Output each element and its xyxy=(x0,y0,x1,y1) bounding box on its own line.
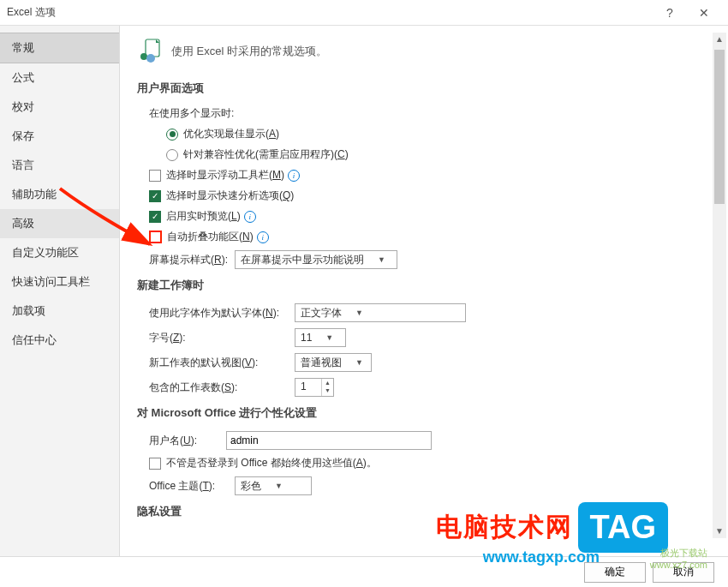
default-view-label: 新工作表的默认视图(V): xyxy=(149,356,295,370)
chevron-down-icon: ▼ xyxy=(275,482,283,490)
default-font-row: 使用此字体作为默认字体(N): 正文字体▼ xyxy=(149,303,711,322)
sidebar-item-general[interactable]: 常规 xyxy=(0,33,119,63)
section-ui-body: 在使用多个显示时: 优化实现最佳显示(A) 针对兼容性优化(需重启应用程序)(C… xyxy=(149,106,711,269)
default-font-label: 使用此字体作为默认字体(N): xyxy=(149,306,295,320)
cb-live-preview[interactable] xyxy=(149,211,161,223)
content-header: 使用 Excel 时采用的常规选项。 xyxy=(137,38,711,65)
chevron-down-icon: ▼ xyxy=(378,255,385,264)
section-personalize-title: 对 Microsoft Office 进行个性化设置 xyxy=(137,405,711,421)
sidebar-item-addins[interactable]: 加载项 xyxy=(0,296,119,326)
chevron-down-icon: ▼ xyxy=(355,358,363,367)
cb-quick-analysis[interactable] xyxy=(149,190,161,202)
always-use-row[interactable]: 不管是否登录到 Office 都始终使用这些值(A)。 xyxy=(149,456,711,470)
sidebar-item-language[interactable]: 语言 xyxy=(0,151,119,180)
tip-style-row: 屏幕提示样式(R): 在屏幕提示中显示功能说明▼ xyxy=(149,250,711,269)
cb-quick-analysis-label: 选择时显示快速分析选项(Q) xyxy=(166,189,294,203)
cb-float-toolbar[interactable] xyxy=(149,170,161,182)
chevron-down-icon: ▼ xyxy=(325,333,333,342)
theme-dropdown[interactable]: 彩色▼ xyxy=(235,476,312,495)
cb-auto-collapse-row[interactable]: 自动折叠功能区(N) i xyxy=(149,230,711,244)
sheet-count-label: 包含的工作表数(S): xyxy=(149,380,295,395)
info-icon[interactable]: i xyxy=(257,231,269,243)
title-bar: Excel 选项 ? ✕ xyxy=(0,0,728,26)
default-font-dropdown[interactable]: 正文字体▼ xyxy=(295,303,466,322)
theme-label: Office 主题(T): xyxy=(149,479,235,494)
window-title: Excel 选项 xyxy=(7,5,653,20)
svg-point-1 xyxy=(140,53,147,60)
font-size-label: 字号(Z): xyxy=(149,331,295,345)
watermark-dlsite: 极光下载站www.xz7.com xyxy=(650,547,707,570)
spinner-down-icon[interactable]: ▼ xyxy=(322,386,333,394)
watermark-badge: 电脑技术网 TAG xyxy=(436,502,668,553)
sidebar-item-customize-ribbon[interactable]: 自定义功能区 xyxy=(0,238,119,267)
tip-style-label: 屏幕提示样式(R): xyxy=(149,253,235,267)
dialog-footer: 确定 取消 xyxy=(0,556,728,587)
help-button[interactable]: ? xyxy=(653,6,687,20)
cb-live-preview-row[interactable]: 启用实时预览(L) i xyxy=(149,209,711,224)
radio-compat-row[interactable]: 针对兼容性优化(需重启应用程序)(C) xyxy=(166,147,711,162)
sidebar-item-proofing[interactable]: 校对 xyxy=(0,93,119,122)
info-icon[interactable]: i xyxy=(288,170,300,182)
radio-compat-label: 针对兼容性优化(需重启应用程序)(C) xyxy=(183,147,349,162)
watermark-url: www.tagxp.com xyxy=(483,548,600,566)
username-label: 用户名(U): xyxy=(149,434,226,448)
main-area: 常规 公式 校对 保存 语言 辅助功能 高级 自定义功能区 快速访问工具栏 加载… xyxy=(0,26,728,557)
theme-row: Office 主题(T): 彩色▼ xyxy=(149,476,711,495)
section-newbook-title: 新建工作簿时 xyxy=(137,278,711,293)
radio-best-display[interactable] xyxy=(166,129,178,141)
chevron-down-icon: ▼ xyxy=(355,308,363,317)
scroll-thumb[interactable] xyxy=(714,50,725,204)
sidebar-item-accessibility[interactable]: 辅助功能 xyxy=(0,180,119,209)
close-button[interactable]: ✕ xyxy=(687,6,721,20)
username-input[interactable] xyxy=(226,431,432,450)
info-icon[interactable]: i xyxy=(244,211,256,223)
vertical-scrollbar[interactable]: ▲ ▼ xyxy=(713,33,726,538)
multi-display-label: 在使用多个显示时: xyxy=(149,106,711,121)
cb-quick-analysis-row[interactable]: 选择时显示快速分析选项(Q) xyxy=(149,189,711,203)
sidebar-item-quick-access[interactable]: 快速访问工具栏 xyxy=(0,267,119,296)
section-newbook-body: 使用此字体作为默认字体(N): 正文字体▼ 字号(Z): 11▼ 新工作表的默认… xyxy=(149,303,711,397)
section-personalize-body: 用户名(U): 不管是否登录到 Office 都始终使用这些值(A)。 Offi… xyxy=(149,431,711,495)
general-options-icon xyxy=(137,38,164,65)
scroll-up-icon[interactable]: ▲ xyxy=(713,33,726,46)
font-size-row: 字号(Z): 11▼ xyxy=(149,328,711,347)
sidebar-item-formulas[interactable]: 公式 xyxy=(0,63,119,93)
cb-auto-collapse[interactable] xyxy=(149,231,162,243)
sheet-count-row: 包含的工作表数(S): 1 ▲▼ xyxy=(149,378,711,397)
cb-float-toolbar-label: 选择时显示浮动工具栏(M) xyxy=(166,168,284,183)
section-ui-title: 用户界面选项 xyxy=(137,81,711,96)
sheet-count-spinner[interactable]: 1 ▲▼ xyxy=(295,378,334,397)
cb-always-use[interactable] xyxy=(149,458,161,470)
tip-style-dropdown[interactable]: 在屏幕提示中显示功能说明▼ xyxy=(235,250,397,269)
cb-live-preview-label: 启用实时预览(L) xyxy=(166,209,241,224)
cb-float-toolbar-row[interactable]: 选择时显示浮动工具栏(M) i xyxy=(149,168,711,183)
radio-best-display-label: 优化实现最佳显示(A) xyxy=(183,127,279,141)
font-size-dropdown[interactable]: 11▼ xyxy=(295,328,346,347)
username-row: 用户名(U): xyxy=(149,431,711,450)
sidebar: 常规 公式 校对 保存 语言 辅助功能 高级 自定义功能区 快速访问工具栏 加载… xyxy=(0,26,120,557)
sidebar-item-trust-center[interactable]: 信任中心 xyxy=(0,326,119,355)
scroll-down-icon[interactable]: ▼ xyxy=(713,524,726,538)
radio-best-display-row[interactable]: 优化实现最佳显示(A) xyxy=(166,127,711,141)
cb-always-use-label: 不管是否登录到 Office 都始终使用这些值(A)。 xyxy=(166,456,377,470)
default-view-dropdown[interactable]: 普通视图▼ xyxy=(295,353,372,372)
svg-point-2 xyxy=(146,54,155,63)
default-view-row: 新工作表的默认视图(V): 普通视图▼ xyxy=(149,353,711,372)
sidebar-item-advanced[interactable]: 高级 xyxy=(0,209,119,238)
spinner-up-icon[interactable]: ▲ xyxy=(322,379,333,386)
cb-auto-collapse-label: 自动折叠功能区(N) xyxy=(167,230,254,244)
content-pane: 使用 Excel 时采用的常规选项。 用户界面选项 在使用多个显示时: 优化实现… xyxy=(120,26,728,557)
content-header-text: 使用 Excel 时采用的常规选项。 xyxy=(171,44,327,59)
radio-compat[interactable] xyxy=(166,149,178,161)
sidebar-item-save[interactable]: 保存 xyxy=(0,122,119,151)
